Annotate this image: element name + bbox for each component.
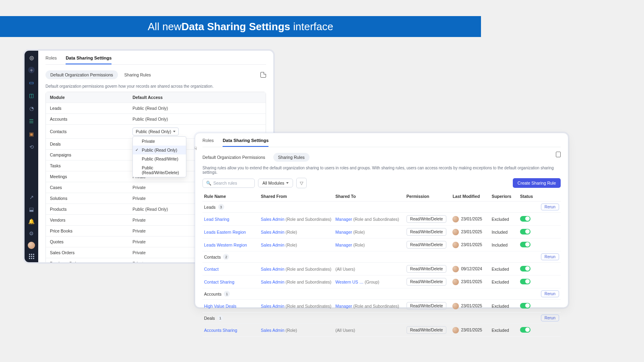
permission-chip: Read/Write/Delete bbox=[407, 265, 447, 273]
superiors-cell: Included bbox=[491, 230, 520, 234]
rule-name-link[interactable]: Leads Western Region bbox=[204, 243, 247, 247]
document-icon[interactable] bbox=[556, 152, 561, 157]
tab-data-sharing[interactable]: Data Sharing Settings bbox=[66, 56, 111, 64]
perm-row: LeadsPublic (Read Only) bbox=[46, 103, 266, 113]
superiors-cell: Excluded bbox=[491, 304, 520, 309]
th-shared-from: Shared From bbox=[261, 194, 335, 199]
tab-data-sharing[interactable]: Data Sharing Settings bbox=[223, 138, 268, 147]
th-access: Default Access bbox=[132, 95, 262, 100]
layers-icon[interactable]: ☰ bbox=[28, 117, 35, 125]
avatar bbox=[452, 279, 459, 285]
bell-icon[interactable]: 🔔 bbox=[28, 218, 35, 225]
module-cell: Tasks bbox=[50, 163, 132, 168]
last-modified: 23/01/2025 bbox=[461, 242, 482, 247]
shared-to-link[interactable]: Manager bbox=[335, 304, 352, 309]
shared-from-link[interactable]: Sales Admin bbox=[261, 280, 284, 284]
status-toggle[interactable] bbox=[520, 303, 530, 309]
top-tabs: Roles Data Sharing Settings bbox=[202, 133, 561, 147]
group-count: 3 bbox=[218, 204, 224, 210]
rule-name-link[interactable]: High Value Deals bbox=[204, 304, 236, 309]
logo-icon[interactable]: ◎ bbox=[28, 54, 35, 61]
rule-row: Accounts SharingSales Admin (Role)(All U… bbox=[202, 324, 561, 337]
save-icon[interactable] bbox=[260, 72, 266, 78]
tab-roles[interactable]: Roles bbox=[202, 138, 214, 147]
shared-from-link[interactable]: Sales Admin bbox=[261, 304, 284, 309]
help-text: Default organization permissions govern … bbox=[45, 84, 266, 88]
group-row: Accounts1Rerun bbox=[202, 288, 561, 300]
th-shared-to: Shared To bbox=[335, 194, 406, 199]
folder-icon[interactable]: ▭ bbox=[28, 79, 35, 86]
shared-from-link[interactable]: Sales Admin bbox=[261, 230, 284, 234]
th-superiors: Superiors bbox=[491, 194, 520, 199]
status-toggle[interactable] bbox=[520, 327, 530, 333]
shared-from-link[interactable]: Sales Admin bbox=[261, 217, 284, 222]
shared-to-link[interactable]: Manager bbox=[335, 217, 352, 222]
filter-button[interactable]: ▽ bbox=[296, 178, 307, 188]
rule-name-link[interactable]: Lead Sharing bbox=[204, 217, 229, 222]
dropdown-option[interactable]: Public (Read/Write/Delete) bbox=[133, 163, 186, 177]
left-rail: ◎ + ▭ ◫ ◔ ☰ ▣ ⟲ ↗ ⬓ 🔔 ⚙ bbox=[25, 51, 38, 262]
superiors-cell: Excluded bbox=[491, 267, 520, 272]
dropdown-option[interactable]: Public (Read/Write) bbox=[133, 154, 186, 163]
panel-sharing-rules: Roles Data Sharing Settings Default Orga… bbox=[195, 133, 568, 308]
module-cell: Accounts bbox=[50, 117, 132, 121]
module-cell: Campaigns bbox=[50, 152, 132, 157]
tab-roles[interactable]: Roles bbox=[45, 56, 57, 64]
shared-to-link[interactable]: Manager bbox=[335, 243, 352, 247]
top-tabs: Roles Data Sharing Settings bbox=[45, 51, 266, 65]
module-cell: Contacts bbox=[50, 129, 132, 134]
modules-dropdown[interactable]: All Modules bbox=[258, 179, 293, 187]
module-cell: Deals bbox=[50, 142, 132, 146]
subtab-sharing-rules[interactable]: Sharing Rules bbox=[124, 72, 151, 77]
shared-from-link[interactable]: Sales Admin bbox=[261, 328, 284, 333]
permission-chip: Read/Write/Delete bbox=[407, 326, 447, 334]
status-toggle[interactable] bbox=[520, 216, 530, 222]
superiors-cell: Included bbox=[491, 243, 520, 247]
dashboard-icon[interactable]: ◫ bbox=[28, 92, 35, 99]
rerun-button[interactable]: Rerun bbox=[541, 253, 559, 260]
rule-name-link[interactable]: Leads Eastern Region bbox=[204, 230, 246, 234]
search-input[interactable]: 🔍 Search rules bbox=[202, 179, 255, 188]
shared-from-link[interactable]: Sales Admin bbox=[261, 243, 284, 247]
dropdown-option[interactable]: Private bbox=[133, 137, 186, 146]
shared-to-link[interactable]: Manager bbox=[335, 230, 352, 234]
refresh-icon[interactable]: ⟲ bbox=[28, 143, 35, 150]
box-icon[interactable]: ▣ bbox=[28, 130, 35, 138]
apps-icon[interactable] bbox=[29, 254, 34, 259]
subtab-default-permissions[interactable]: Default Organization Permissions bbox=[202, 155, 265, 160]
search-icon: 🔍 bbox=[206, 181, 211, 186]
access-dropdown[interactable]: Public (Read Only) bbox=[132, 128, 179, 136]
shared-from-link[interactable]: Sales Admin bbox=[261, 267, 284, 272]
plus-icon[interactable]: + bbox=[28, 67, 35, 73]
module-cell: Vendors bbox=[50, 218, 132, 222]
status-toggle[interactable] bbox=[520, 279, 530, 284]
download-icon[interactable]: ⬓ bbox=[28, 206, 35, 213]
permission-chip: Read/Write/Delete bbox=[407, 302, 447, 310]
rule-name-link[interactable]: Contact bbox=[204, 267, 219, 272]
dropdown-option[interactable]: Public (Read Only)☟ bbox=[133, 146, 186, 154]
group-label: Contacts bbox=[204, 255, 221, 259]
last-modified: 23/01/2025 bbox=[461, 216, 482, 221]
subtab-default-permissions[interactable]: Default Organization Permissions bbox=[45, 70, 118, 79]
export-icon[interactable]: ↗ bbox=[28, 193, 35, 201]
rule-name-link[interactable]: Contact Sharing bbox=[204, 280, 234, 284]
status-toggle[interactable] bbox=[520, 266, 530, 272]
th-status: Status bbox=[520, 194, 559, 199]
module-cell: Products bbox=[50, 207, 132, 212]
rule-name-link[interactable]: Accounts Sharing bbox=[204, 328, 237, 333]
clock-icon[interactable]: ◔ bbox=[28, 105, 35, 112]
subtab-sharing-rules[interactable]: Sharing Rules bbox=[273, 153, 310, 162]
status-toggle[interactable] bbox=[520, 229, 530, 234]
rerun-button[interactable]: Rerun bbox=[541, 290, 559, 297]
shared-to-link[interactable]: Western US … bbox=[335, 280, 363, 284]
create-sharing-rule-button[interactable]: Create Sharing Rule bbox=[513, 178, 561, 188]
avatar[interactable] bbox=[28, 242, 35, 249]
gear-icon[interactable]: ⚙ bbox=[28, 230, 35, 237]
rerun-button[interactable]: Rerun bbox=[541, 315, 559, 321]
status-toggle[interactable] bbox=[520, 242, 530, 247]
module-cell: Cases bbox=[50, 185, 132, 190]
group-count: 1 bbox=[224, 291, 230, 297]
rerun-button[interactable]: Rerun bbox=[541, 204, 559, 210]
access-dropdown-menu: PrivatePublic (Read Only)☟Public (Read/W… bbox=[132, 136, 186, 177]
permission-chip: Read/Write/Delete bbox=[407, 241, 447, 249]
